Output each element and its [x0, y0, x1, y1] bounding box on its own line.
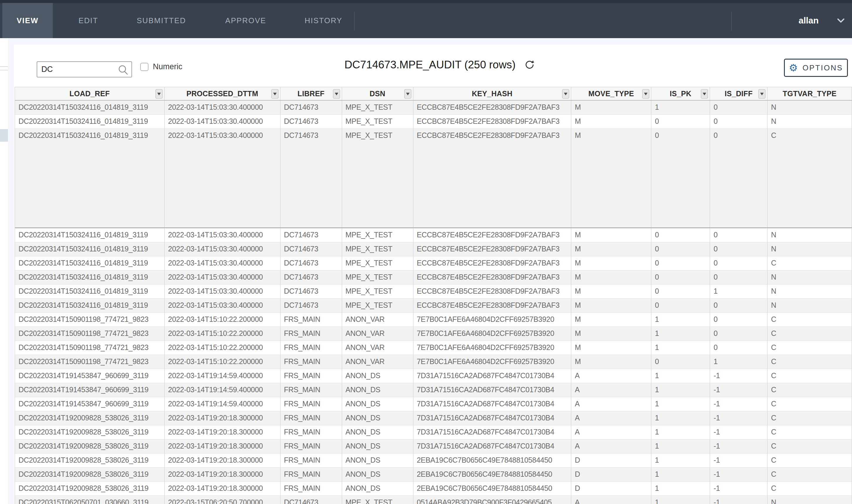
cell: M	[571, 327, 651, 341]
cell: 0	[710, 101, 767, 114]
cell: DC20220314T192009828_538026_3119	[15, 426, 165, 439]
filter-icon[interactable]	[562, 89, 569, 98]
table-row[interactable]: DC20220314T150901198_774721_98232022-03-…	[15, 327, 852, 341]
cell: DC20220314T150324116_014819_3119	[15, 256, 165, 270]
column-header-is_diff[interactable]: IS_DIFF	[710, 87, 767, 100]
cell: ANON_DS	[342, 426, 413, 439]
tab-edit[interactable]: EDIT	[64, 3, 113, 38]
refresh-icon[interactable]	[524, 59, 535, 72]
table-row[interactable]: DC20220314T192009828_538026_31192022-03-…	[15, 439, 852, 453]
table-row[interactable]: DC20220314T192009828_538026_31192022-03-…	[15, 482, 852, 496]
table-row[interactable]: DC20220314T150324116_014819_31192022-03-…	[15, 299, 852, 313]
cell: 0	[710, 270, 767, 284]
cell: 0	[710, 242, 767, 256]
cell: M	[571, 101, 651, 114]
cell: FRS_MAIN	[280, 397, 342, 411]
tab-submitted[interactable]: SUBMITTED	[126, 3, 197, 38]
column-header-libref[interactable]: LIBREF	[280, 87, 342, 100]
filter-icon[interactable]	[701, 89, 708, 98]
filter-icon[interactable]	[642, 89, 649, 98]
tab-history[interactable]: HISTORY	[293, 3, 354, 38]
sidebar-handle[interactable]	[0, 129, 8, 142]
tab-view[interactable]: VIEW	[2, 3, 53, 38]
cell: DC714673	[280, 115, 342, 128]
table-row[interactable]: DC20220314T150324116_014819_31192022-03-…	[15, 228, 852, 242]
table-row[interactable]: DC20220314T150324116_014819_31192022-03-…	[15, 285, 852, 299]
column-header-dsn[interactable]: DSN	[342, 87, 413, 100]
column-header-load_ref[interactable]: LOAD_REF	[15, 87, 165, 100]
cell: ANON_DS	[342, 369, 413, 383]
filter-icon[interactable]	[333, 89, 340, 98]
column-header-tgtvar_type[interactable]: TGTVAR_TYPE	[767, 87, 852, 100]
table-row[interactable]: DC20220314T150324116_014819_31192022-03-…	[15, 129, 852, 228]
cell: -1	[710, 383, 767, 397]
table-row[interactable]: DC20220314T150324116_014819_31192022-03-…	[15, 101, 852, 115]
cell: M	[571, 242, 651, 256]
cell: DC20220314T192009828_538026_3119	[15, 439, 165, 453]
filter-icon[interactable]	[156, 89, 163, 98]
cell: DC714673	[280, 285, 342, 298]
table-row[interactable]: DC20220314T192009828_538026_31192022-03-…	[15, 426, 852, 439]
cell: 2022-03-14T19:20:18.300000	[165, 453, 280, 467]
table-row[interactable]: DC20220314T150901198_774721_98232022-03-…	[15, 355, 852, 369]
cell: D	[571, 482, 651, 496]
table-row[interactable]: DC20220314T150324116_014819_31192022-03-…	[15, 256, 852, 270]
column-header-key_hash[interactable]: KEY_HASH	[413, 87, 572, 100]
column-header-label: MOVE_TYPE	[588, 89, 634, 98]
cell: N	[767, 115, 852, 128]
cell: 7E7B0C1AFE6A46804D2CFF69257B3920	[413, 313, 572, 326]
cell: ANON_DS	[342, 439, 413, 453]
cell: DC714673	[280, 101, 342, 114]
cell: DC20220314T191453847_960699_3119	[15, 397, 165, 411]
filter-icon[interactable]	[271, 89, 278, 98]
cell: DC20220314T192009828_538026_3119	[15, 453, 165, 467]
column-header-is_pk[interactable]: IS_PK	[651, 87, 710, 100]
table-row[interactable]: DC20220315T062050701_030660_31192022-03-…	[15, 496, 852, 504]
data-table: LOAD_REFPROCESSED_DTTMLIBREFDSNKEY_HASHM…	[15, 87, 852, 504]
table-row[interactable]: DC20220314T150901198_774721_98232022-03-…	[15, 341, 852, 355]
cell: A	[571, 369, 651, 383]
column-header-processed_dttm[interactable]: PROCESSED_DTTM	[165, 87, 280, 100]
cell: 2022-03-14T15:10:22.200000	[165, 313, 280, 326]
cell: ECCBC87E4B5CE2FE28308FD9F2A7BAF3	[413, 115, 572, 128]
table-row[interactable]: DC20220314T150324116_014819_31192022-03-…	[15, 270, 852, 285]
table-row[interactable]: DC20220314T150324116_014819_31192022-03-…	[15, 242, 852, 256]
cell: ANON_VAR	[342, 341, 413, 355]
table-row[interactable]: DC20220314T150324116_014819_31192022-03-…	[15, 115, 852, 129]
cell: 1	[651, 426, 710, 439]
cell: A	[571, 426, 651, 439]
filter-triangle	[273, 93, 277, 95]
cell: 0	[651, 285, 710, 298]
table-row[interactable]: DC20220314T191453847_960699_31192022-03-…	[15, 383, 852, 397]
table-row[interactable]: DC20220314T192009828_538026_31192022-03-…	[15, 453, 852, 468]
cell: MPE_X_TEST	[342, 270, 413, 284]
cell: -1	[710, 426, 767, 439]
cell: C	[767, 468, 852, 481]
cell: 0	[651, 299, 710, 312]
cell: 0	[710, 115, 767, 128]
cell: FRS_MAIN	[280, 369, 342, 383]
cell: ECCBC87E4B5CE2FE28308FD9F2A7BAF3	[413, 270, 572, 284]
column-header-move_type[interactable]: MOVE_TYPE	[571, 87, 651, 100]
cell: 2022-03-14T15:03:30.400000	[165, 299, 280, 312]
cell: 7E7B0C1AFE6A46804D2CFF69257B3920	[413, 355, 572, 369]
filter-icon[interactable]	[758, 89, 765, 98]
nav-separator	[354, 12, 355, 31]
table-row[interactable]: DC20220314T192009828_538026_31192022-03-…	[15, 411, 852, 426]
table-row[interactable]: DC20220314T191453847_960699_31192022-03-…	[15, 397, 852, 411]
tab-approve[interactable]: APPROVE	[214, 3, 277, 38]
table-row[interactable]: DC20220314T150901198_774721_98232022-03-…	[15, 313, 852, 327]
user-menu[interactable]: allan	[729, 3, 852, 38]
cell: 2022-03-14T15:03:30.400000	[165, 270, 280, 284]
table-row[interactable]: DC20220314T191453847_960699_31192022-03-…	[15, 369, 852, 383]
filter-icon[interactable]	[404, 89, 411, 98]
cell: ECCBC87E4B5CE2FE28308FD9F2A7BAF3	[413, 256, 572, 270]
cell: MPE_X_TEST	[342, 496, 413, 504]
cell: M	[571, 129, 651, 227]
table-row[interactable]: DC20220314T192009828_538026_31192022-03-…	[15, 468, 852, 482]
cell: M	[571, 299, 651, 312]
cell: N	[767, 496, 852, 504]
cell: 7D31A71516CA2AD687FC4847C01730B4	[413, 369, 572, 383]
options-button[interactable]: ⚙ OPTIONS	[784, 59, 848, 77]
cell: DC20220314T192009828_538026_3119	[15, 411, 165, 425]
